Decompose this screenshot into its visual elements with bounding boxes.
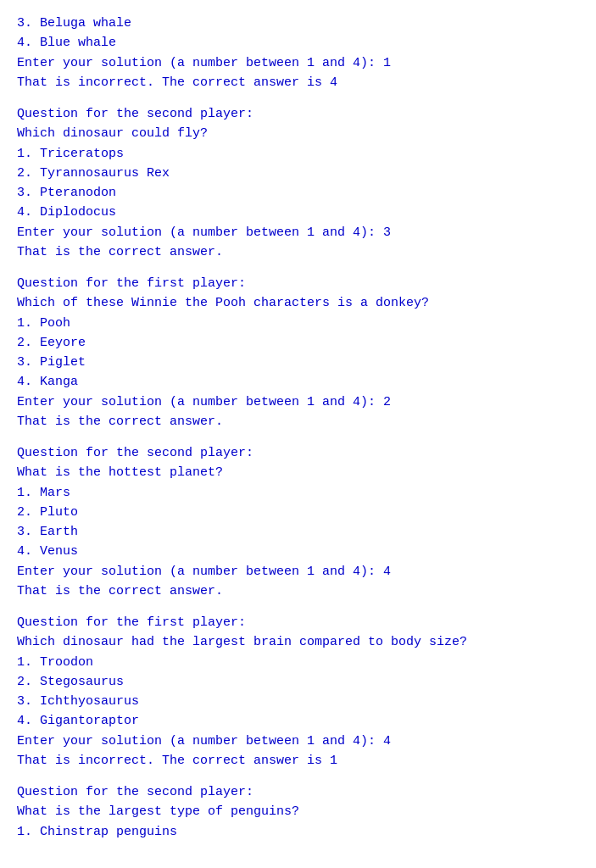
- quiz-line: Question for the second player:: [17, 782, 579, 802]
- quiz-line: Question for the second player:: [17, 443, 579, 463]
- quiz-line: Enter your solution (a number between 1 …: [17, 732, 579, 751]
- quiz-line: Question for the second player:: [17, 104, 579, 124]
- quiz-line: 2. Pluto: [17, 503, 579, 522]
- quiz-line: 3. Piglet: [17, 353, 579, 372]
- quiz-line: 1. Troodon: [17, 653, 579, 672]
- quiz-line: Enter your solution (a number between 1 …: [17, 223, 579, 242]
- spacer: [17, 431, 579, 443]
- quiz-line: Enter your solution (a number between 1 …: [17, 53, 579, 73]
- quiz-line: That is incorrect. The correct answer is…: [17, 73, 579, 92]
- quiz-line: 4. Gigantoraptor: [17, 711, 579, 731]
- quiz-line: What is the largest type of penguins?: [17, 802, 579, 821]
- quiz-line: 4. Kanga: [17, 372, 579, 392]
- quiz-line: 4. Venus: [17, 542, 579, 561]
- quiz-line: 3. Ichthyosaurus: [17, 692, 579, 711]
- quiz-line: What is the hottest planet?: [17, 463, 579, 482]
- quiz-line: Which dinosaur could fly?: [17, 124, 579, 143]
- quiz-line: That is incorrect. The correct answer is…: [17, 751, 579, 771]
- quiz-line: Enter your solution (a number between 1 …: [17, 392, 579, 412]
- quiz-line: 1. Mars: [17, 483, 579, 503]
- quiz-line: 1. Pooh: [17, 314, 579, 333]
- quiz-line: 1. Triceratops: [17, 144, 579, 164]
- quiz-line: Enter your solution (a number between 1 …: [17, 562, 579, 581]
- spacer: [17, 262, 579, 274]
- quiz-line: 2. Stegosaurus: [17, 672, 579, 692]
- quiz-line: 3. Earth: [17, 522, 579, 542]
- quiz-line: 3. Pteranodon: [17, 183, 579, 203]
- quiz-line: 1. Chinstrap penguins: [17, 822, 579, 842]
- spacer: [17, 601, 579, 613]
- quiz-line: 4. Diplodocus: [17, 203, 579, 222]
- quiz-line: Which of these Winnie the Pooh character…: [17, 293, 579, 313]
- quiz-line: 4. Blue whale: [17, 33, 579, 53]
- quiz-line: That is the correct answer.: [17, 242, 579, 262]
- quiz-line: 2. Tyrannosaurus Rex: [17, 164, 579, 183]
- quiz-line: Which dinosaur had the largest brain com…: [17, 632, 579, 652]
- quiz-line: 3. Beluga whale: [17, 14, 579, 33]
- quiz-line: Question for the first player:: [17, 613, 579, 632]
- quiz-line: That is the correct answer.: [17, 412, 579, 431]
- spacer: [17, 771, 579, 782]
- quiz-line: 2. Eeyore: [17, 333, 579, 353]
- quiz-output: 3. Beluga whale4. Blue whaleEnter your s…: [17, 14, 579, 842]
- spacer: [17, 92, 579, 104]
- quiz-line: Question for the first player:: [17, 274, 579, 293]
- quiz-line: That is the correct answer.: [17, 581, 579, 601]
